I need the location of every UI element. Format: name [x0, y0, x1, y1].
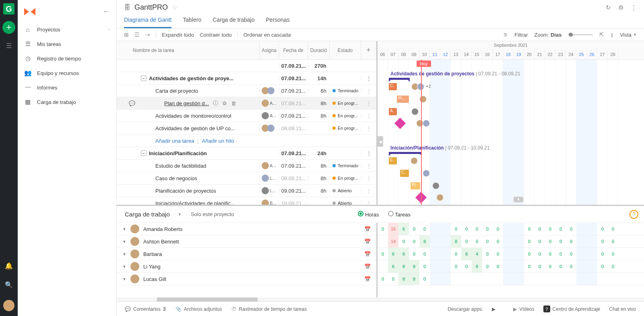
gantt-bar[interactable]: C.: [389, 83, 397, 90]
gantt-bar[interactable]: A.: [389, 108, 397, 115]
workload-person-row[interactable]: ▼Amanda Roberts📅: [117, 223, 376, 235]
expand-down-handle[interactable]: ▼: [514, 197, 523, 202]
add-column-button[interactable]: +: [361, 41, 376, 59]
sidebar-item-projects[interactable]: ⌂Proyectos›: [18, 22, 116, 37]
col-assign[interactable]: Asigna: [260, 41, 279, 59]
zoom-slider[interactable]: [568, 34, 593, 35]
row-menu[interactable]: ⋮: [361, 175, 376, 181]
menu-icon[interactable]: ☰: [6, 42, 12, 50]
search-icon[interactable]: 🔍: [5, 281, 13, 289]
workload-scope-dropdown[interactable]: ▼ Solo este proyecto: [178, 211, 234, 217]
sidebar-item-workload[interactable]: ▦Carga de trabajo: [18, 95, 116, 109]
videos-button[interactable]: ▶Vídeos: [513, 306, 534, 312]
row-menu[interactable]: ⋮: [361, 188, 376, 194]
help-icon[interactable]: ?: [630, 210, 638, 219]
gantt-bar[interactable]: Pl.: [411, 182, 420, 189]
calendar-icon[interactable]: 📅: [364, 276, 371, 282]
sidebar-item-team[interactable]: 👥Equipo y recursos: [18, 66, 116, 80]
row-menu[interactable]: ⋮: [361, 75, 376, 81]
gantt-bar[interactable]: E.: [389, 157, 397, 164]
calendar-icon[interactable]: 📅: [364, 226, 371, 232]
history-icon[interactable]: ↻: [606, 4, 611, 11]
collapse-handle[interactable]: ◀: [378, 136, 383, 147]
workload-person-row[interactable]: ▼Lucas Gill📅: [117, 273, 376, 285]
expand-toggle[interactable]: ▼: [122, 239, 126, 244]
expand-toggle[interactable]: ▼: [122, 227, 126, 231]
expand-all-button[interactable]: Expandir todo: [162, 32, 194, 38]
collapse-toggle[interactable]: −: [141, 150, 147, 156]
settings-icon[interactable]: ⚙: [222, 100, 227, 106]
filter-icon[interactable]: ⚞: [503, 32, 508, 38]
h-scrollbar[interactable]: [117, 297, 644, 301]
expand-toggle[interactable]: ▼: [122, 264, 126, 269]
mode-hours[interactable]: Horas: [358, 211, 379, 218]
tab-workload[interactable]: Carga de trabajo: [213, 14, 254, 28]
task-row[interactable]: Estudio de factibilidad A... 07.09.21...…: [117, 160, 376, 172]
task-row[interactable]: Iniciación/Actividades de planific... B.…: [117, 197, 376, 205]
live-chat-button[interactable]: Chat en vivo: [609, 306, 636, 312]
play-store-icon[interactable]: ▶: [492, 306, 495, 312]
task-row[interactable]: Caso de negocios L... 08.09.21...8h En p…: [117, 172, 376, 185]
comment-icon[interactable]: 💬: [129, 100, 135, 106]
view-dropdown[interactable]: Vista▼: [620, 32, 637, 38]
tab-gantt[interactable]: Diagrama de Gantt: [124, 14, 171, 28]
sidebar-item-timelog[interactable]: ◷Registro de tiempo: [18, 51, 116, 66]
row-menu[interactable]: ⋮: [361, 150, 376, 156]
tab-board[interactable]: Tablero: [183, 14, 201, 28]
comments-button[interactable]: 💬Comentarios 3: [125, 306, 166, 312]
drag-handle-icon[interactable]: ⋮⋮: [121, 101, 126, 106]
calendar-icon[interactable]: 📅: [364, 264, 371, 270]
hierarchy-icon[interactable]: ⇢: [145, 31, 150, 38]
back-icon[interactable]: ←: [103, 7, 110, 16]
expand-toggle[interactable]: ▼: [122, 252, 126, 256]
baseline-icon[interactable]: ⫿: [611, 31, 613, 38]
notifications-icon[interactable]: 🔔: [5, 262, 13, 270]
calendar-icon[interactable]: 📅: [364, 251, 371, 257]
sidebar-item-reports[interactable]: 〰Informes: [18, 80, 116, 95]
indent-icon[interactable]: ☲: [134, 31, 140, 38]
workload-person-row[interactable]: ▼Barbara📅: [117, 248, 376, 260]
sidebar-item-mytasks[interactable]: ☰Mis tareas: [18, 37, 116, 51]
task-row[interactable]: Carta del proyecto 07.09.21...6h Termina…: [117, 85, 376, 97]
row-menu[interactable]: ⋮: [361, 88, 376, 94]
col-name[interactable]: Nombre de la tarea: [117, 41, 260, 59]
workload-person-row[interactable]: ▼Ashton Bennett📅: [117, 235, 376, 248]
mode-tasks[interactable]: Tareas: [388, 211, 411, 218]
add-task-link[interactable]: Añadir una tarea: [155, 138, 194, 144]
row-menu[interactable]: ⋮: [361, 125, 376, 131]
gantt-bar[interactable]: C.: [400, 170, 409, 177]
task-row[interactable]: Actividades de monitoreo/control A... 07…: [117, 110, 376, 122]
col-status[interactable]: Estado: [330, 41, 361, 59]
expand-toggle[interactable]: ▼: [122, 277, 126, 281]
cascade-button[interactable]: Ordenar en cascada: [244, 32, 291, 38]
row-menu[interactable]: ⋮: [361, 100, 376, 106]
gantt-bar[interactable]: Pl...: [397, 96, 409, 103]
export-icon[interactable]: ⇱: [599, 31, 604, 38]
col-duration[interactable]: Duració: [308, 41, 330, 59]
more-icon[interactable]: ⋮: [631, 4, 637, 11]
collapse-toggle[interactable]: −: [141, 75, 147, 81]
create-button[interactable]: +: [2, 21, 15, 34]
workload-person-row[interactable]: ▼Li Yang📅: [117, 260, 376, 273]
favorite-icon[interactable]: ☆: [172, 4, 178, 11]
task-row-hover[interactable]: ⋮⋮💬Plan de gestión d...ⓘ⚙🗑 A... 07.09.21…: [117, 97, 376, 110]
task-row[interactable]: Actividades de gestión de UP co... 08.09…: [117, 122, 376, 135]
attachments-button[interactable]: 📎Archivos adjuntos: [175, 306, 222, 312]
time-tracker-button[interactable]: ⏱Rastreador de tiempo de tareas: [231, 306, 307, 312]
delete-icon[interactable]: 🗑: [231, 100, 236, 106]
user-avatar[interactable]: [3, 300, 14, 311]
columns-icon[interactable]: ⊞: [124, 31, 129, 38]
group-row[interactable]: −Iniciación/Planificación 07.09.21...24h…: [117, 147, 376, 160]
settings-icon[interactable]: ⚙: [618, 4, 623, 11]
calendar-icon[interactable]: 📅: [364, 239, 371, 245]
task-row[interactable]: Planificación de proyectos L... 09.09.21…: [117, 185, 376, 197]
tab-people[interactable]: Personas: [266, 14, 290, 28]
col-start[interactable]: Fecha de: [279, 41, 308, 59]
add-milestone-link[interactable]: Añadir un hito: [202, 138, 234, 144]
row-menu[interactable]: ⋮: [361, 200, 376, 205]
group-row[interactable]: −Actividades de gestión de proye... 07.0…: [117, 72, 376, 85]
row-menu[interactable]: ⋮: [361, 113, 376, 119]
learning-center-button[interactable]: ?Centro de Aprendizaje: [543, 306, 601, 312]
collapse-all-button[interactable]: Contraer todo: [200, 32, 232, 38]
info-icon[interactable]: ⓘ: [213, 100, 218, 107]
